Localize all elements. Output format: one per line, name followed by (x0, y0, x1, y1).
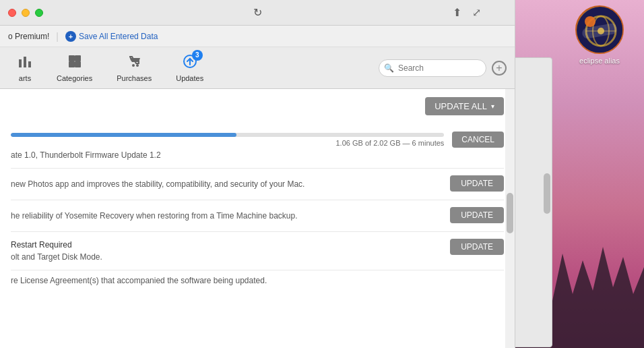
item-3-action: UPDATE (450, 208, 504, 223)
reboot-required-label: Restart Required (11, 240, 442, 250)
update-button-2[interactable]: UPDATE (450, 175, 504, 192)
license-text: re License Agreement(s) that accompanied… (11, 276, 504, 285)
toolbar-item-charts-label: arts (19, 74, 31, 82)
promo-separator: | (56, 31, 59, 42)
progress-bar-track (11, 133, 444, 137)
charts-icon (18, 54, 32, 73)
item-3-row: he reliability of Yosemite Recovery when… (11, 208, 504, 223)
toolbar-item-categories-label: Categories (57, 74, 92, 82)
add-button[interactable]: + (492, 61, 507, 76)
svg-point-6 (585, 16, 595, 27)
item-4-row: Restart Required olt and Target Disk Mod… (11, 240, 504, 262)
toolbar-item-updates[interactable]: 3 Updates (164, 51, 216, 85)
progress-info: 1.06 GB of 2.02 GB — 6 minutes (11, 139, 444, 147)
window-controls (8, 9, 43, 17)
eclipse-user-icon: eclipse alias (575, 5, 624, 65)
scroll-thumb[interactable] (507, 193, 513, 233)
save-label: Save All Entered Data (79, 32, 158, 41)
categories-icon (67, 54, 82, 73)
share-icon[interactable]: ⬆ (453, 6, 461, 19)
toolbar-item-purchases-label: Purchases (117, 74, 152, 82)
update-all-button[interactable]: UPDATE ALL ▾ (425, 97, 504, 115)
svg-rect-10 (69, 55, 75, 61)
updates-badge: 3 (192, 50, 203, 61)
promo-text: o Premium! (8, 32, 49, 41)
maximize-button[interactable] (35, 9, 43, 17)
update-item-4: Restart Required olt and Target Disk Mod… (11, 232, 504, 270)
promo-bar: o Premium! | + Save All Entered Data (0, 26, 515, 47)
content-area: UPDATE ALL ▾ 1.06 GB of 2.02 GB — 6 minu… (0, 89, 515, 348)
title-bar-nav: ⬆ ⤢ (453, 6, 481, 19)
close-button[interactable] (8, 9, 16, 17)
progress-bar-wrapper: 1.06 GB of 2.02 GB — 6 minutes (11, 133, 444, 147)
progress-bar-fill (11, 133, 236, 137)
item-4-content: Restart Required olt and Target Disk Mod… (11, 240, 442, 262)
item-2-content: new Photos app and improves the stabilit… (11, 177, 442, 189)
svg-rect-9 (28, 61, 31, 67)
dropdown-arrow: ▾ (491, 103, 494, 110)
app-store-window: ↻ ⬆ ⤢ o Premium! | + Save All Entered Da… (0, 0, 515, 348)
item-3-desc: he reliability of Yosemite Recovery when… (11, 211, 442, 221)
scroll-track[interactable] (505, 89, 515, 348)
svg-rect-13 (75, 61, 81, 67)
title-bar: ↻ ⬆ ⤢ (0, 0, 515, 26)
update-item-2: new Photos app and improves the stabilit… (11, 169, 504, 200)
toolbar-item-purchases[interactable]: Purchases (104, 51, 164, 85)
svg-rect-7 (19, 59, 22, 67)
toolbar-item-updates-label: Updates (176, 74, 203, 82)
item-2-row: new Photos app and improves the stabilit… (11, 177, 504, 192)
svg-point-15 (136, 64, 139, 67)
updates-badge-wrapper: 3 (183, 54, 197, 73)
svg-rect-11 (75, 55, 81, 61)
search-icon: 🔍 (384, 63, 394, 73)
item-2-action: UPDATE (450, 177, 504, 192)
toolbar-item-charts[interactable]: arts (5, 51, 44, 85)
svg-point-14 (132, 64, 135, 67)
save-icon: + (65, 31, 76, 42)
eclipse-label: eclipse alias (579, 57, 620, 65)
main-content: UPDATE ALL ▾ 1.06 GB of 2.02 GB — 6 minu… (0, 89, 515, 348)
svg-rect-12 (69, 61, 75, 67)
reboot-detail: olt and Target Disk Mode. (11, 252, 442, 262)
minimize-button[interactable] (22, 9, 30, 17)
avatar (575, 5, 624, 54)
update-button-3[interactable]: UPDATE (450, 207, 504, 223)
search-input[interactable] (379, 59, 486, 77)
cancel-button[interactable]: CANCEL (452, 132, 504, 148)
item-2-desc: new Photos app and improves the stabilit… (11, 179, 442, 189)
item-1-desc: ate 1.0, Thunderbolt Firmware Update 1.2 (11, 150, 504, 160)
save-all-button[interactable]: + Save All Entered Data (65, 31, 158, 42)
progress-section: 1.06 GB of 2.02 GB — 6 minutes CANCEL (11, 132, 504, 148)
update-all-row: UPDATE ALL ▾ (11, 97, 504, 115)
item-4-action: UPDATE (450, 240, 504, 255)
toolbar: arts Categories (0, 47, 515, 89)
search-wrapper: 🔍 (379, 59, 486, 77)
purchases-icon (127, 54, 141, 73)
toolbar-item-categories[interactable]: Categories (44, 51, 104, 85)
svg-point-1 (577, 7, 624, 54)
update-item-1: 1.06 GB of 2.02 GB — 6 minutes CANCEL at… (11, 123, 504, 169)
search-bar: 🔍 (379, 59, 486, 77)
fullscreen-icon[interactable]: ⤢ (472, 6, 481, 19)
update-button-4[interactable]: UPDATE (450, 239, 504, 255)
svg-rect-8 (24, 57, 26, 67)
refresh-icon[interactable]: ↻ (253, 6, 262, 19)
svg-point-5 (598, 28, 604, 34)
item-3-content: he reliability of Yosemite Recovery when… (11, 208, 442, 221)
update-item-3: he reliability of Yosemite Recovery when… (11, 200, 504, 232)
